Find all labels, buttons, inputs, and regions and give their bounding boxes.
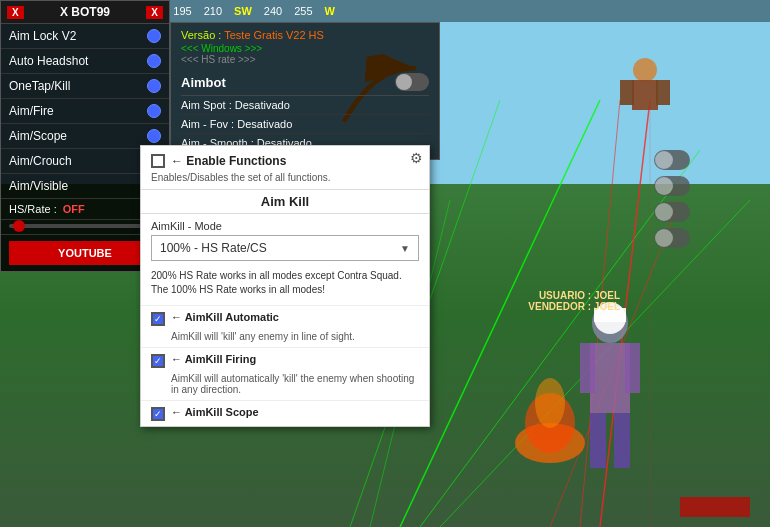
aim-fov: Aim - Fov : Desativado (181, 115, 429, 134)
main-panel: ⚙ ← Enable Functions Enables/Disables th… (140, 145, 430, 427)
enable-functions-checkbox[interactable] (151, 154, 165, 168)
score4: 210 (204, 5, 222, 17)
sidebar-label-aim-fire: Aim/Fire (9, 104, 54, 118)
aimbot-toggle-knob (396, 74, 412, 90)
slider-thumb[interactable] (13, 220, 25, 232)
toggle-aim-lock[interactable] (147, 29, 161, 43)
user-info: USUARIO : JOEL VENDEDOR : JOEL (528, 290, 620, 312)
mode-label: AimKill - Mode (141, 214, 429, 235)
score5: 240 (264, 5, 282, 17)
sidebar-label-auto-headshot: Auto Headshot (9, 54, 88, 68)
enable-functions-desc: Enables/Disables the set of all function… (141, 172, 429, 189)
top-panel: Versão : Teste Gratis V22 HS <<< Windows… (170, 22, 440, 160)
toggle-aim-scope[interactable] (147, 129, 161, 143)
sidebar-label-aim-lock: Aim Lock V2 (9, 29, 76, 43)
right-toggle-knob-1 (655, 151, 673, 169)
svg-rect-12 (625, 343, 640, 393)
toggle-auto-headshot[interactable] (147, 54, 161, 68)
hs-description-text: 200% HS Rate works in all modes except C… (151, 270, 402, 295)
svg-rect-14 (614, 413, 630, 468)
w-label: W (325, 5, 335, 17)
right-toggle-2[interactable] (654, 176, 690, 196)
aim-spot-label: Aim Spot : Desativado (181, 99, 290, 111)
toggle-aim-fire[interactable] (147, 104, 161, 118)
line1: <<< Windows >>> (181, 43, 429, 54)
youtube-button[interactable]: YOUTUBE (9, 241, 161, 265)
aimkill-automatic-desc: AimKill will 'kill' any enemy in line of… (141, 331, 429, 347)
svg-rect-10 (590, 343, 630, 413)
right-toggle-1[interactable] (654, 150, 690, 170)
right-toggles (654, 150, 690, 248)
right-toggle-knob-2 (655, 177, 673, 195)
right-toggle-4[interactable] (654, 228, 690, 248)
aimkill-firing-checkbox[interactable]: ✓ (151, 354, 165, 368)
aimkill-firing-label: ← AimKill Firing (171, 353, 256, 365)
aimbot-label: Aimbot (181, 75, 226, 90)
sidebar-label-onetap: OneTap/Kill (9, 79, 70, 93)
sidebar-label-aim-visible: Aim/Visible (9, 179, 68, 193)
aimkill-scope-checkbox[interactable]: ✓ (151, 407, 165, 421)
sidebar-item-aim-fire[interactable]: Aim/Fire (1, 99, 169, 124)
svg-point-20 (633, 58, 657, 82)
close-button-right[interactable]: X (146, 6, 163, 19)
sidebar-item-onetap[interactable]: OneTap/Kill (1, 74, 169, 99)
user-info-line2: VENDEDOR : JOEL (528, 301, 620, 312)
hs-rate-label: HS/Rate : (9, 203, 57, 215)
gear-icon[interactable]: ⚙ (410, 150, 423, 166)
slider-track[interactable] (9, 224, 161, 228)
versao-label: Versão : (181, 29, 221, 41)
aim-kill-header: Aim Kill (141, 189, 429, 214)
aimkill-firing-row[interactable]: ✓ ← AimKill Firing (141, 347, 429, 373)
score3: 195 (173, 5, 191, 17)
svg-rect-11 (580, 343, 595, 393)
aimkill-firing-desc: AimKill will automatically 'kill' the en… (141, 373, 429, 400)
aimbot-row: Aimbot (181, 73, 429, 96)
score6: 255 (294, 5, 312, 17)
versao-line: Versão : Teste Gratis V22 HS (181, 29, 429, 41)
aim-spot: Aim Spot : Desativado (181, 96, 429, 115)
line2: <<< HS rate >>> (181, 54, 429, 65)
hs-rate-value: OFF (63, 203, 85, 215)
enable-functions-label: ← Enable Functions (171, 154, 286, 168)
hs-description: 200% HS Rate works in all modes except C… (141, 267, 429, 305)
sidebar-item-aim-lock[interactable]: Aim Lock V2 (1, 24, 169, 49)
game-character (550, 293, 670, 493)
enable-functions-row[interactable]: ← Enable Functions (141, 146, 429, 172)
sidebar-item-auto-headshot[interactable]: Auto Headshot (1, 49, 169, 74)
right-toggle-3[interactable] (654, 202, 690, 222)
sidebar-label-aim-crouch: Aim/Crouch (9, 154, 72, 168)
svg-rect-22 (620, 80, 634, 105)
mode-dropdown[interactable]: 100% - HS Rate/CS ▼ (151, 235, 419, 261)
sidebar-title: X BOT99 (24, 5, 147, 19)
aimkill-automatic-checkbox[interactable]: ✓ (151, 312, 165, 326)
aimkill-scope-row[interactable]: ✓ ← AimKill Scope (141, 400, 429, 426)
versao-value: Teste Gratis V22 HS (224, 29, 324, 41)
close-button-left[interactable]: X (7, 6, 24, 19)
aimkill-automatic-row[interactable]: ✓ ← AimKill Automatic (141, 305, 429, 331)
user-info-line1: USUARIO : JOEL (528, 290, 620, 301)
toggle-onetap[interactable] (147, 79, 161, 93)
svg-rect-21 (632, 80, 658, 110)
aimbot-toggle[interactable] (395, 73, 429, 91)
mode-value: 100% - HS Rate/CS (160, 241, 267, 255)
right-toggle-knob-3 (655, 203, 673, 221)
aim-fov-label: Aim - Fov : Desativado (181, 118, 292, 130)
dropdown-arrow-icon: ▼ (400, 243, 410, 254)
aimkill-automatic-label: ← AimKill Automatic (171, 311, 279, 323)
svg-rect-23 (656, 80, 670, 105)
sidebar-header: X X BOT99 X (1, 1, 169, 24)
aimkill-scope-label: ← AimKill Scope (171, 406, 259, 418)
svg-rect-13 (590, 413, 606, 468)
sidebar-label-aim-scope: Aim/Scope (9, 129, 67, 143)
red-rectangle (680, 497, 750, 517)
right-toggle-knob-4 (655, 229, 673, 247)
airborne-character (610, 50, 680, 120)
sw-label: SW (234, 5, 252, 17)
